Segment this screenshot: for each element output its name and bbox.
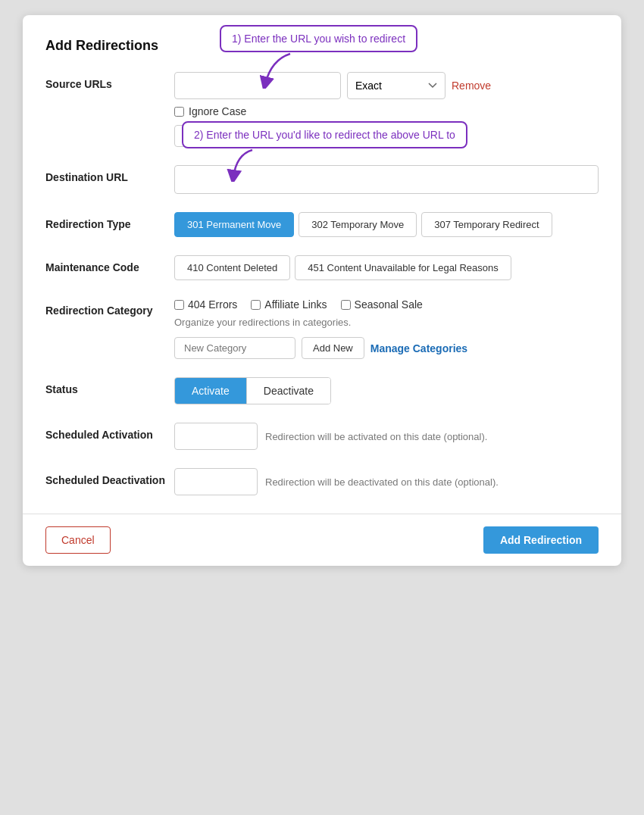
type-buttons-group: 301 Permanent Move 302 Temporary Move 30… [174,212,599,237]
callout-bubble-2: 2) Enter the URL you'd like to redirect … [182,121,467,148]
ignore-case-checkbox[interactable] [174,107,184,117]
maintenance-buttons-group: 410 Content Deleted 451 Content Unavaila… [174,255,599,280]
category-hint: Organize your redirections in categories… [174,317,599,328]
source-urls-label: Source URLs [45,72,174,90]
category-checkbox-affiliate: Affiliate Links [251,298,327,311]
status-row: Status Activate Deactivate [45,377,599,404]
maintenance-code-row: Maintenance Code 410 Content Deleted 451… [45,255,599,280]
redirection-category-label: Redirection Category [45,298,174,317]
deactivate-button[interactable]: Deactivate [247,378,330,404]
scheduled-deactivation-hint: Redirection will be deactivated on this … [265,476,499,488]
scheduled-deactivation-content: Redirection will be deactivated on this … [174,468,599,495]
destination-url-row: Destination URL 2) Enter the URL you'd l… [45,165,599,194]
category-checkbox-seasonal: Seasonal Sale [341,298,423,311]
scheduled-activation-content: Redirection will be activated on this da… [174,423,599,450]
category-row: Add New Manage Categories [174,337,599,359]
ignore-case-row: Ignore Case [174,105,599,117]
checkbox-affiliate-links[interactable] [251,300,261,310]
remove-link[interactable]: Remove [452,80,491,92]
scheduled-deactivation-inner: Redirection will be deactivated on this … [174,468,599,495]
cancel-button[interactable]: Cancel [45,526,111,554]
category-checkbox-404: 404 Errors [174,298,237,311]
activate-button[interactable]: Activate [175,378,247,404]
redirection-type-content: 301 Permanent Move 302 Temporary Move 30… [174,212,599,237]
new-category-input[interactable] [174,337,295,359]
scheduled-activation-label: Scheduled Activation [45,423,174,441]
callout-arrow-1 [256,52,302,89]
callout-bubble-1: 1) Enter the URL you wish to redirect [220,25,417,52]
label-404-errors: 404 Errors [188,298,237,311]
scheduled-activation-input[interactable] [174,423,258,450]
source-url-row: Exact Regex Plain Remove [174,72,599,99]
maintenance-code-label: Maintenance Code [45,255,174,273]
scheduled-activation-inner: Redirection will be activated on this da… [174,423,599,450]
callout-arrow-2 [226,148,264,182]
scheduled-activation-hint: Redirection will be activated on this da… [265,431,487,442]
destination-url-label: Destination URL [45,165,174,183]
status-label: Status [45,377,174,395]
add-new-button[interactable]: Add New [302,337,364,359]
maintenance-code-content: 410 Content Deleted 451 Content Unavaila… [174,255,599,280]
type-307-button[interactable]: 307 Temporary Redirect [421,212,552,237]
label-affiliate-links: Affiliate Links [264,298,327,311]
scheduled-deactivation-label: Scheduled Deactivation [45,468,174,486]
add-redirections-card: Add Redirections Source URLs 1) Enter th… [23,15,621,566]
category-checkboxes-group: 404 Errors Affiliate Links Seasonal Sale [174,298,599,311]
scheduled-deactivation-row: Scheduled Deactivation Redirection will … [45,468,599,495]
label-seasonal-sale: Seasonal Sale [355,298,423,311]
scheduled-deactivation-input[interactable] [174,468,258,495]
redirection-category-row: Redirection Category 404 Errors Affiliat… [45,298,599,359]
form-footer: Cancel Add Redirection [45,514,599,566]
match-type-select[interactable]: Exact Regex Plain [347,72,445,99]
checkbox-404-errors[interactable] [174,300,184,310]
redirection-category-content: 404 Errors Affiliate Links Seasonal Sale… [174,298,599,359]
type-302-button[interactable]: 302 Temporary Move [299,212,417,237]
maint-451-button[interactable]: 451 Content Unavailable for Legal Reason… [295,255,511,280]
manage-categories-link[interactable]: Manage Categories [370,342,467,354]
maint-410-button[interactable]: 410 Content Deleted [174,255,290,280]
redirection-type-row: Redirection Type 301 Permanent Move 302 … [45,212,599,237]
scheduled-activation-row: Scheduled Activation Redirection will be… [45,423,599,450]
checkbox-seasonal-sale[interactable] [341,300,351,310]
status-buttons-group: Activate Deactivate [174,377,331,404]
ignore-case-label: Ignore Case [189,105,246,117]
redirection-type-label: Redirection Type [45,212,174,230]
type-301-button[interactable]: 301 Permanent Move [174,212,294,237]
add-redirection-button[interactable]: Add Redirection [483,526,599,554]
status-content: Activate Deactivate [174,377,599,404]
destination-url-content: 2) Enter the URL you'd like to redirect … [174,165,599,194]
